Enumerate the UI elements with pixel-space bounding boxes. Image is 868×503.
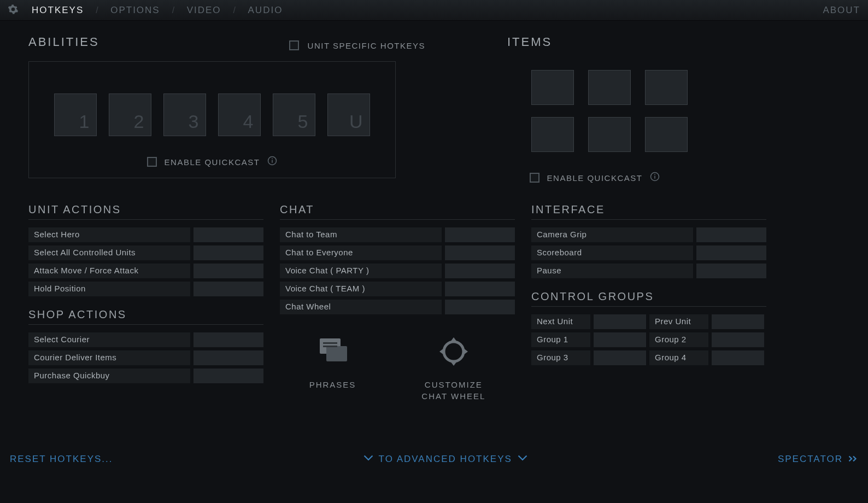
bind-label: Group 4 [649, 350, 708, 365]
bind-slot-camera-grip[interactable] [696, 227, 766, 242]
item-slot-6[interactable] [645, 117, 688, 152]
shop-actions-header: SHOP ACTIONS [28, 308, 263, 321]
chat-wheel-icon [436, 334, 471, 371]
bind-slot-next-unit[interactable] [594, 314, 646, 329]
customize-chat-wheel-button[interactable]: CUSTOMIZECHAT WHEEL [421, 334, 485, 402]
svg-marker-13 [439, 348, 444, 355]
ability-slot-1[interactable]: 1 [54, 93, 97, 136]
nav-separator: / [172, 5, 175, 15]
bind-label: Group 3 [531, 350, 590, 365]
item-slot-5[interactable] [588, 117, 631, 152]
divider [531, 306, 766, 307]
spectator-link[interactable]: SPECTATOR [778, 454, 858, 465]
tab-hotkeys[interactable]: HOTKEYS [32, 5, 84, 16]
svg-rect-7 [326, 346, 347, 361]
bind-slot-deliver[interactable] [193, 350, 263, 365]
bind-slot-group-1[interactable] [594, 332, 646, 347]
customize-wheel-label: CUSTOMIZECHAT WHEEL [421, 379, 485, 402]
bind-label: Voice Chat ( PARTY ) [280, 264, 442, 278]
interface-header: INTERFACE [531, 203, 766, 216]
bind-slot-hold[interactable] [193, 282, 263, 296]
bind-label: Group 1 [531, 332, 590, 347]
bind-label: Chat Wheel [280, 300, 442, 314]
top-nav-bar: HOTKEYS / OPTIONS / VIDEO / AUDIO ABOUT [0, 0, 868, 21]
item-slot-3[interactable] [645, 70, 688, 105]
abilities-header: ABILITIES [28, 35, 280, 49]
bind-slot-voice-team[interactable] [445, 282, 515, 296]
svg-rect-9 [323, 346, 337, 347]
bind-label: Next Unit [531, 314, 590, 329]
control-groups-header: CONTROL GROUPS [531, 290, 766, 303]
svg-rect-2 [272, 159, 273, 160]
tab-video[interactable]: VIDEO [187, 5, 221, 16]
svg-rect-5 [655, 174, 656, 176]
svg-marker-14 [464, 348, 468, 355]
abilities-quickcast-checkbox[interactable] [147, 157, 157, 167]
nav-separator: / [96, 5, 98, 15]
chevron-down-icon [363, 454, 373, 465]
speech-bubbles-icon [315, 334, 350, 371]
reset-hotkeys-link[interactable]: RESET HOTKEYS... [10, 454, 113, 465]
item-slot-2[interactable] [588, 70, 631, 105]
bind-slot-courier[interactable] [193, 332, 263, 347]
tab-about[interactable]: ABOUT [823, 5, 860, 16]
bind-slot-chat-team[interactable] [445, 227, 515, 242]
bind-slot-attack-move[interactable] [193, 264, 263, 278]
abilities-quickcast-label: ENABLE QUICKCAST [165, 157, 260, 167]
bind-label: Camera Grip [531, 227, 693, 242]
tab-audio[interactable]: AUDIO [248, 5, 283, 16]
unit-actions-header: UNIT ACTIONS [28, 203, 263, 216]
chat-header: CHAT [280, 203, 515, 216]
bind-slot-group-4[interactable] [712, 350, 764, 365]
bind-label: Scoreboard [531, 245, 693, 260]
divider [28, 219, 263, 220]
bind-slot-chat-all[interactable] [445, 245, 515, 260]
bind-slot-scoreboard[interactable] [696, 245, 766, 260]
abilities-box: 1 2 3 4 5 U ENABLE QUICKCAST [28, 61, 396, 178]
bind-label: Voice Chat ( TEAM ) [280, 282, 442, 296]
bind-label: Select All Controlled Units [28, 245, 190, 260]
svg-rect-1 [272, 160, 273, 163]
bind-label: Pause [531, 264, 693, 278]
info-icon[interactable] [650, 172, 660, 184]
bind-slot-pause[interactable] [696, 264, 766, 278]
ability-slot-5[interactable]: 5 [273, 93, 315, 136]
tab-options[interactable]: OPTIONS [110, 5, 160, 16]
items-quickcast-checkbox[interactable] [530, 173, 539, 183]
bind-label: Hold Position [28, 282, 190, 296]
unit-specific-label: UNIT SPECIFIC HOTKEYS [308, 41, 425, 50]
svg-point-10 [444, 342, 464, 361]
double-chevron-right-icon [848, 454, 858, 465]
bind-slot-group-2[interactable] [712, 332, 764, 347]
ability-slot-4[interactable]: 4 [218, 93, 261, 136]
bind-slot-select-all[interactable] [193, 245, 263, 260]
gear-icon[interactable] [8, 4, 19, 17]
svg-rect-4 [655, 176, 656, 179]
svg-marker-11 [450, 337, 457, 342]
ability-slot-ult[interactable]: U [327, 93, 370, 136]
bind-slot-prev-unit[interactable] [712, 314, 764, 329]
bind-label: Courier Deliver Items [28, 350, 190, 365]
bind-slot-group-3[interactable] [594, 350, 646, 365]
info-icon[interactable] [267, 156, 277, 168]
bind-slot-voice-party[interactable] [445, 264, 515, 278]
phrases-label: PHRASES [309, 379, 356, 390]
bind-slot-chat-wheel[interactable] [445, 300, 515, 314]
ability-slot-2[interactable]: 2 [109, 93, 151, 136]
item-slot-1[interactable] [531, 70, 574, 105]
bind-label: Purchase Quickbuy [28, 369, 190, 383]
ability-slot-3[interactable]: 3 [163, 93, 206, 136]
bind-label: Select Courier [28, 332, 190, 347]
advanced-hotkeys-link[interactable]: TO ADVANCED HOTKEYS [363, 454, 527, 465]
divider [280, 219, 515, 220]
unit-specific-checkbox[interactable] [289, 40, 299, 50]
items-header: ITEMS [507, 35, 688, 49]
chevron-down-icon [518, 454, 527, 465]
divider [531, 219, 766, 220]
phrases-button[interactable]: PHRASES [309, 334, 356, 402]
bind-slot-select-hero[interactable] [193, 227, 263, 242]
item-slot-4[interactable] [531, 117, 574, 152]
bind-label: Attack Move / Force Attack [28, 264, 190, 278]
items-quickcast-label: ENABLE QUICKCAST [547, 173, 643, 183]
bind-slot-quickbuy[interactable] [193, 369, 263, 383]
